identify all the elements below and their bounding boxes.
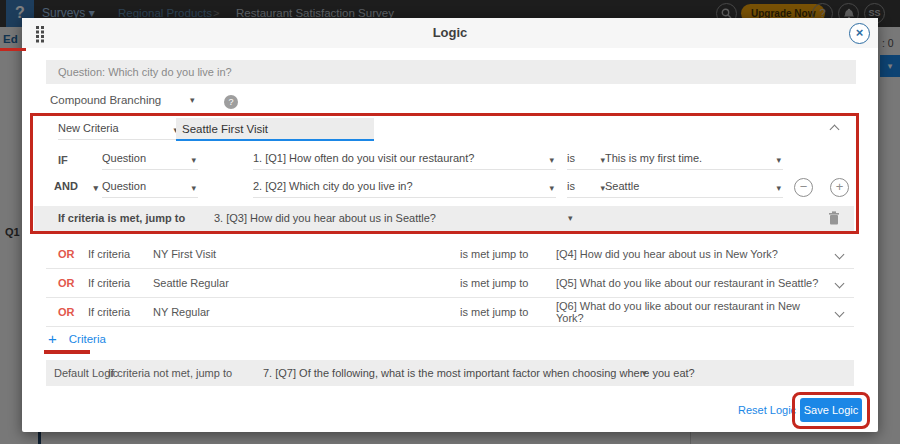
condition-connector-label: IF: [58, 154, 68, 166]
condition-type-select[interactable]: Question▾: [102, 180, 198, 198]
chevron-down-icon: ▾: [191, 155, 196, 165]
jump-label: If criteria is met, jump to: [58, 212, 185, 224]
criteria-selector[interactable]: New Criteria▾: [58, 122, 180, 140]
criteria-name: NY Regular: [153, 306, 460, 318]
chevron-down-icon: ▾: [190, 95, 195, 105]
criteria-target: [Q6] What do you like about our restaura…: [556, 300, 824, 324]
chevron-down-icon: ▾: [776, 183, 781, 193]
condition-operator-select[interactable]: is▾: [567, 180, 607, 198]
jump-target-select[interactable]: 3. [Q3] How did you hear about us in Sea…: [214, 212, 436, 224]
modal-header: Logic ×: [22, 18, 878, 48]
saved-criteria-row[interactable]: OR If criteria Seattle Regular is met ju…: [46, 269, 854, 298]
condition-question-select[interactable]: 1. [Q1] How often do you visit our resta…: [253, 152, 556, 170]
reset-logic-link[interactable]: Reset Logic: [738, 404, 796, 416]
expand-criteria-icon[interactable]: [834, 278, 844, 288]
condition-operator-select[interactable]: is▾: [567, 152, 607, 170]
add-criteria-link[interactable]: +Criteria: [48, 330, 106, 347]
delete-criteria-button[interactable]: [828, 211, 840, 229]
expand-criteria-icon[interactable]: [834, 249, 844, 259]
question-context-bar: Question: Which city do you live in?: [46, 60, 856, 84]
chevron-down-icon: ▾: [776, 155, 781, 165]
condition-value-select[interactable]: This is my first time.▾: [605, 152, 783, 170]
chevron-down-icon: ▾: [93, 183, 98, 193]
default-logic-target-select[interactable]: 7. [Q7] Of the following, what is the mo…: [263, 367, 695, 379]
screen: ? Surveys ▾ Regional Products > Restaura…: [0, 0, 900, 444]
close-button[interactable]: ×: [849, 23, 870, 44]
modal-title: Logic: [22, 25, 878, 40]
default-logic-condition-label: If criteria not met, jump to: [108, 367, 232, 379]
criteria-prefix: If criteria: [88, 306, 153, 318]
save-logic-button[interactable]: Save Logic: [800, 398, 862, 422]
criteria-name: NY First Visit: [153, 248, 460, 260]
or-label: OR: [58, 277, 88, 289]
help-icon[interactable]: ?: [224, 95, 238, 109]
criteria-prefix: If criteria: [88, 248, 153, 260]
criteria-target: [Q5] What do you like about our restaura…: [556, 277, 824, 289]
chevron-down-icon: ▾: [642, 368, 647, 378]
chevron-down-icon: ▾: [191, 183, 196, 193]
collapse-criteria-icon[interactable]: [830, 125, 840, 135]
condition-question-select[interactable]: 2. [Q2] Which city do you live in?▾: [253, 180, 556, 198]
criteria-name: Seattle Regular: [153, 277, 460, 289]
criteria-middle: is met jump to: [460, 277, 556, 289]
criteria-middle: is met jump to: [460, 248, 556, 260]
chevron-down-icon: ▾: [549, 155, 554, 165]
criteria-name-input[interactable]: [176, 118, 374, 141]
chevron-down-icon: ▾: [568, 213, 573, 223]
remove-condition-button[interactable]: −: [794, 178, 813, 197]
chevron-down-icon: ▾: [549, 183, 554, 193]
trash-icon: [828, 211, 840, 225]
saved-criteria-list: OR If criteria NY First Visit is met jum…: [46, 240, 854, 327]
or-label: OR: [58, 306, 88, 318]
saved-criteria-row[interactable]: OR If criteria NY Regular is met jump to…: [46, 298, 854, 327]
saved-criteria-row[interactable]: OR If criteria NY First Visit is met jum…: [46, 240, 854, 269]
criteria-editor: New Criteria▾ IF Question▾ 1. [Q1] How o…: [34, 116, 854, 231]
annotation-underline-add-criteria: [44, 350, 90, 354]
condition-type-select[interactable]: Question▾: [102, 152, 198, 170]
logic-modal: Logic × Question: Which city do you live…: [22, 18, 878, 432]
or-label: OR: [58, 248, 88, 260]
condition-connector-select[interactable]: AND▾: [54, 180, 100, 198]
branching-type-select[interactable]: Compound Branching: [50, 94, 161, 112]
condition-value-select[interactable]: Seattle▾: [605, 180, 783, 198]
criteria-target: [Q4] How did you hear about us in New Yo…: [556, 248, 824, 260]
default-logic-bar: Default Logic If criteria not met, jump …: [46, 360, 854, 386]
criteria-middle: is met jump to: [460, 306, 556, 318]
plus-icon: +: [48, 330, 57, 347]
jump-row: If criteria is met, jump to 3. [Q3] How …: [34, 206, 854, 231]
criteria-prefix: If criteria: [88, 277, 153, 289]
add-condition-button[interactable]: +: [830, 178, 849, 197]
expand-criteria-icon[interactable]: [834, 307, 844, 317]
